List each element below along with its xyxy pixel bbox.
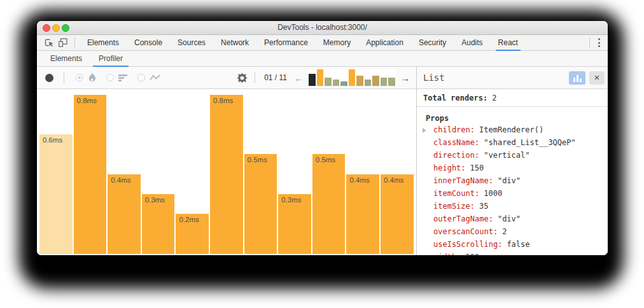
devtools-tabs: ElementsConsoleSourcesNetworkPerformance… [80,35,526,51]
snapshot-counter: 01 / 11 [264,73,287,82]
commit-bar-10[interactable]: 0.4ms [346,174,379,254]
minimize-window-button[interactable] [52,24,60,32]
prop-row-useIsScrolling[interactable]: useIsScrolling:false [417,238,608,251]
ranked-view-radio[interactable] [106,74,114,81]
commit-bar-11[interactable]: 0.4ms [381,174,414,254]
prop-row-itemSize[interactable]: itemSize:35 [417,200,608,213]
prop-value: ItemRenderer() [479,125,543,134]
zoom-window-button[interactable] [62,24,69,32]
profiler-toolbar: 01 / 11 ← → [37,67,416,89]
commit-bar-label: 0.3ms [142,194,175,204]
subtab-profiler[interactable]: Profiler [90,51,131,67]
props-list: children:ItemRenderer()className:"shared… [417,123,608,255]
commit-bar-label: 0.8ms [74,95,107,104]
commit-duration-chart: 0.6ms0.8ms0.4ms0.3ms0.2ms0.8ms0.5ms0.3ms… [37,89,416,255]
toolbar-divider [64,73,64,83]
settings-button[interactable] [237,73,248,83]
tab-react[interactable]: React [491,35,526,51]
snapshot-bar-3[interactable] [325,78,332,86]
snapshot-bar-7[interactable] [356,76,363,86]
snapshot-bar-4[interactable] [333,80,340,86]
flamegraph-view-radio[interactable] [76,74,83,81]
commit-bar-label: 0.3ms [278,194,311,204]
toolbar-divider [255,73,255,83]
commit-bar-label: 0.4ms [108,174,141,184]
tab-network[interactable]: Network [213,35,256,51]
prop-row-className[interactable]: className:"shared_List__3QQeP" [417,136,608,149]
inspect-cursor-icon [44,38,54,48]
device-toolbar-icon [58,38,68,48]
prop-row-itemCount[interactable]: itemCount:1000 [417,187,608,200]
snapshot-bar-8[interactable] [365,80,372,86]
snapshot-bar-5[interactable] [340,81,347,86]
prop-key: overscanCount: [433,227,498,236]
tab-elements[interactable]: Elements [80,35,127,51]
prop-value: 150 [470,164,484,172]
prop-row-overscanCount[interactable]: overscanCount:2 [417,225,608,238]
snapshot-bar-6[interactable] [349,69,356,86]
commit-bar-5[interactable]: 0.2ms [176,214,209,254]
tab-application[interactable]: Application [358,35,411,51]
record-button[interactable] [45,74,53,82]
commit-bar-2[interactable]: 0.8ms [74,95,107,254]
snapshot-bar-10[interactable] [381,78,388,86]
snapshot-bar-2[interactable] [317,69,324,86]
prop-key: children: [433,125,475,134]
component-details-panel: Total renders:2 Props children:ItemRende… [416,89,608,255]
total-renders-value: 2 [492,94,496,102]
prop-key: innerTagName: [433,176,493,185]
commit-bar-1-selected[interactable]: 0.6ms [39,134,73,254]
prop-key: itemSize: [433,202,475,211]
snapshot-bar-9[interactable] [372,76,379,86]
tab-memory[interactable]: Memory [316,35,358,51]
snapshot-selector-chart[interactable] [308,69,396,86]
commit-bar-label: 0.4ms [381,174,414,184]
commit-bar-7[interactable]: 0.5ms [244,154,277,254]
prop-row-innerTagName[interactable]: innerTagName:"div" [417,174,608,187]
close-window-button[interactable] [43,24,50,32]
props-heading: Props [417,113,608,123]
expand-triangle-icon[interactable] [423,128,426,133]
snapshot-bar-11[interactable] [388,78,395,86]
inspect-element-button[interactable] [42,35,56,51]
prop-key: width: [433,253,461,255]
title-bar: DevTools - localhost:3000/ [37,21,608,35]
tab-audits[interactable]: Audits [454,35,490,51]
commit-bar-4[interactable]: 0.3ms [142,194,175,254]
subtab-elements[interactable]: Elements [42,51,90,67]
tab-performance[interactable]: Performance [256,35,316,51]
component-renders-chart-button[interactable] [569,71,585,85]
toolbar-divider [589,38,590,48]
flame-icon [88,73,97,83]
prop-row-width[interactable]: width:300 [417,251,608,255]
prop-row-direction[interactable]: direction:"vertical" [417,149,608,162]
snapshot-bar-1-selected[interactable] [309,74,316,86]
bar-chart-icon [573,78,575,82]
prev-snapshot-button[interactable]: ← [291,73,306,83]
commit-bar-3[interactable]: 0.4ms [108,174,141,254]
device-toolbar-button[interactable] [56,35,70,51]
interactions-view-radio[interactable] [137,74,145,81]
prop-row-outerTagName[interactable]: outerTagName:"div" [417,213,608,225]
prop-value: "shared_List__3QQeP" [484,138,576,147]
selected-component-name: List [423,73,445,83]
next-snapshot-button[interactable]: → [398,73,412,83]
commit-bar-8[interactable]: 0.3ms [278,194,311,254]
prop-value: 2 [502,227,507,236]
total-renders-label: Total renders: [423,94,487,102]
prop-value: 300 [465,253,479,255]
more-options-button[interactable] [598,38,600,47]
commit-bar-label: 0.5ms [244,154,277,164]
tab-console[interactable]: Console [127,35,170,51]
tab-sources[interactable]: Sources [170,35,213,51]
commit-bar-6[interactable]: 0.8ms [210,95,243,254]
prop-row-children[interactable]: children:ItemRenderer() [417,123,608,136]
tab-security[interactable]: Security [411,35,454,51]
profiler-content: 0.6ms0.8ms0.4ms0.3ms0.2ms0.8ms0.5ms0.3ms… [37,89,608,255]
commit-bar-9[interactable]: 0.5ms [312,154,346,254]
commit-bar-label: 0.6ms [39,134,73,144]
screenshot-stage: DevTools - localhost:3000/ ElementsConso… [0,0,644,308]
close-panel-button[interactable]: × [589,71,605,85]
prop-row-height[interactable]: height:150 [417,162,608,174]
prop-key: itemCount: [433,189,479,198]
